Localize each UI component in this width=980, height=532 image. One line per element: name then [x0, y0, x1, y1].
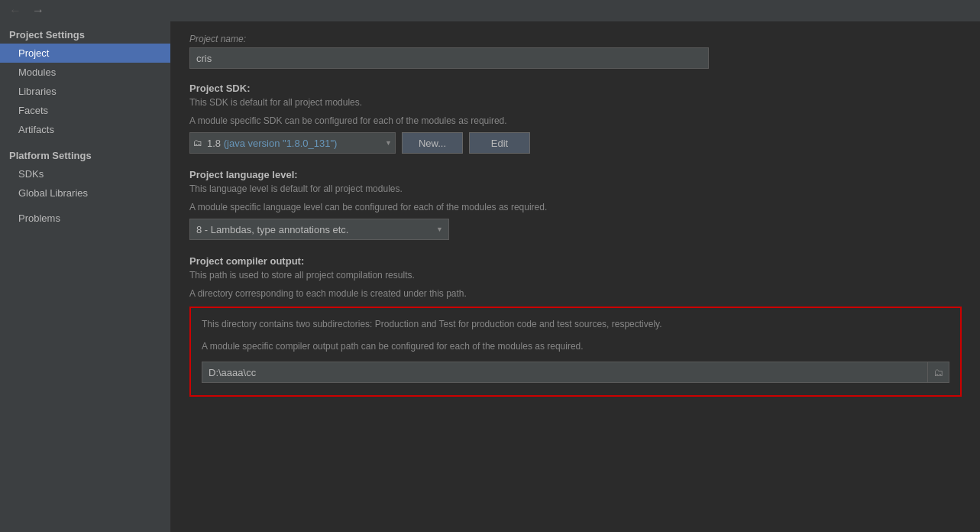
- language-desc2: A module specific language level can be …: [189, 200, 962, 214]
- compiler-section: Project compiler output: This path is us…: [189, 255, 962, 397]
- project-name-label: Project name:: [189, 34, 962, 44]
- sidebar-item-problems[interactable]: Problems: [0, 209, 170, 228]
- sidebar-item-project[interactable]: Project: [0, 44, 170, 63]
- compiler-output-box: This directory contains two subdirectori…: [189, 307, 962, 397]
- sdk-section: Project SDK: This SDK is default for all…: [189, 83, 962, 154]
- sdk-desc2: A module specific SDK can be configured …: [189, 114, 962, 128]
- sdk-dropdown-arrow-icon: ▼: [385, 139, 392, 147]
- sdk-desc1: This SDK is default for all project modu…: [189, 96, 962, 109]
- forward-button[interactable]: →: [29, 3, 47, 18]
- sdk-detail-label: (java version "1.8.0_131"): [224, 138, 338, 149]
- project-name-section: Project name:: [189, 34, 962, 69]
- sidebar-item-global-libraries[interactable]: Global Libraries: [0, 183, 170, 203]
- back-button[interactable]: ←: [6, 3, 24, 18]
- compiler-desc1: This path is used to store all project c…: [189, 268, 962, 282]
- sidebar-item-modules[interactable]: Modules: [0, 63, 170, 82]
- sidebar-item-artifacts[interactable]: Artifacts: [0, 120, 170, 139]
- sdk-row: 🗂 1.8 (java version "1.8.0_131") ▼ New..…: [189, 132, 962, 154]
- sidebar-divider-1: [0, 139, 170, 145]
- sidebar: Project Settings Project Modules Librari…: [0, 21, 171, 532]
- language-select-wrapper: 8 - Lambdas, type annotations etc.: [189, 219, 449, 240]
- project-settings-header: Project Settings: [0, 24, 170, 44]
- compiler-browse-button[interactable]: 🗂: [928, 362, 949, 383]
- sidebar-item-libraries[interactable]: Libraries: [0, 82, 170, 101]
- sdk-folder-icon: 🗂: [193, 138, 202, 148]
- sdk-title: Project SDK:: [189, 83, 962, 94]
- folder-browse-icon: 🗂: [933, 367, 943, 378]
- sidebar-item-sdks[interactable]: SDKs: [0, 164, 170, 183]
- compiler-desc2: A directory corresponding to each module…: [189, 287, 962, 300]
- compiler-path-row: 🗂: [202, 362, 949, 383]
- sidebar-item-facets[interactable]: Facets: [0, 101, 170, 120]
- platform-settings-header: Platform Settings: [0, 145, 170, 164]
- sdk-version-label: 1.8: [207, 138, 221, 149]
- edit-sdk-button[interactable]: Edit: [469, 132, 530, 154]
- language-title: Project language level:: [189, 169, 962, 180]
- language-section: Project language level: This language le…: [189, 169, 962, 240]
- project-name-input[interactable]: [189, 47, 709, 69]
- main-layout: Project Settings Project Modules Librari…: [0, 21, 980, 532]
- compiler-highlighted-desc1: This directory contains two subdirectori…: [202, 317, 949, 332]
- new-sdk-button[interactable]: New...: [402, 132, 463, 154]
- compiler-highlighted-desc2: A module specific compiler output path c…: [202, 339, 949, 354]
- compiler-output-path-input[interactable]: [202, 362, 928, 383]
- content-area: Project name: Project SDK: This SDK is d…: [171, 21, 980, 532]
- compiler-title: Project compiler output:: [189, 255, 962, 267]
- language-desc1: This language level is default for all p…: [189, 182, 962, 196]
- sdk-select-container[interactable]: 🗂 1.8 (java version "1.8.0_131") ▼: [189, 132, 396, 154]
- sidebar-divider-2: [0, 203, 170, 209]
- sdk-text: 1.8 (java version "1.8.0_131"): [207, 138, 379, 149]
- top-bar: ← →: [0, 0, 980, 21]
- language-level-select[interactable]: 8 - Lambdas, type annotations etc.: [189, 219, 449, 240]
